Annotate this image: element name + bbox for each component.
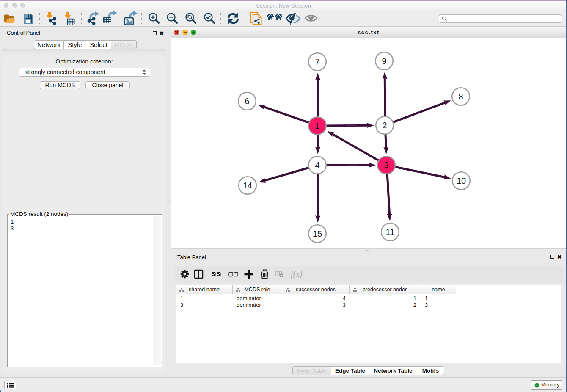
svg-text:6: 6	[245, 97, 249, 106]
svg-text:14: 14	[243, 181, 252, 190]
svg-text:7: 7	[315, 57, 319, 66]
svg-text:f(x): f(x)	[291, 269, 303, 279]
svg-text:11: 11	[386, 227, 395, 237]
svg-text:8: 8	[458, 92, 463, 101]
svg-text:3: 3	[384, 160, 388, 170]
svg-text:10: 10	[457, 176, 466, 185]
svg-text:1: 1	[315, 121, 319, 130]
svg-text:4: 4	[315, 160, 319, 170]
svg-text:2: 2	[382, 121, 387, 130]
svg-text:interacts with: interacts with	[347, 125, 356, 127]
svg-text:9: 9	[382, 56, 386, 66]
svg-text:15: 15	[313, 229, 322, 238]
svg-text:interacts with: interacts with	[349, 164, 357, 166]
